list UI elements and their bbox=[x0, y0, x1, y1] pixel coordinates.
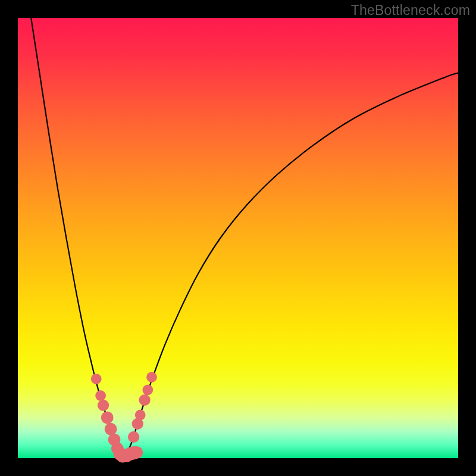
chart-frame: TheBottleneck.com bbox=[0, 0, 476, 476]
plot-area bbox=[18, 18, 458, 458]
marker-dot bbox=[95, 390, 106, 401]
watermark-text: TheBottleneck.com bbox=[351, 2, 470, 18]
marker-dot bbox=[105, 423, 117, 436]
marker-dot bbox=[146, 372, 157, 383]
marker-dot bbox=[142, 384, 153, 395]
marker-dot bbox=[135, 410, 146, 421]
marker-dot bbox=[130, 446, 143, 459]
marker-dot bbox=[128, 431, 139, 443]
marker-dot bbox=[91, 374, 102, 384]
marker-dot bbox=[101, 412, 114, 424]
marker-dot bbox=[98, 400, 109, 411]
valley-markers bbox=[91, 372, 157, 462]
curve-layer bbox=[18, 18, 458, 458]
right-branch-curve bbox=[126, 73, 458, 456]
marker-dot bbox=[139, 394, 151, 406]
left-branch-curve bbox=[31, 18, 121, 456]
